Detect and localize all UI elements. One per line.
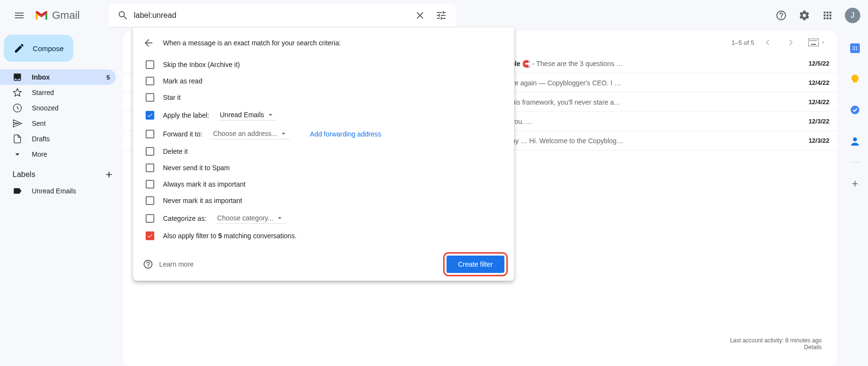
help-icon: [775, 10, 787, 21]
apps-button[interactable]: [818, 6, 837, 25]
compose-button[interactable]: Compose: [4, 35, 73, 62]
sidebar-label-unread-emails[interactable]: Unread Emails: [0, 183, 116, 199]
svg-rect-3: [814, 40, 814, 41]
sidebar-item-more[interactable]: More: [0, 147, 116, 162]
sidebar-item-snoozed[interactable]: Snoozed: [0, 100, 116, 116]
add-forwarding-link[interactable]: Add forwarding address: [310, 130, 381, 138]
send-icon: [13, 119, 22, 128]
opt-categorize-as[interactable]: Categorize as: Choose category...: [143, 209, 504, 228]
opt-forward-to[interactable]: Forward it to: Choose an address... Add …: [143, 124, 504, 143]
activity-text: Last account activity: 8 minutes ago: [730, 337, 822, 344]
checkbox[interactable]: [146, 147, 154, 156]
svg-text:31: 31: [852, 45, 857, 51]
search-icon: [117, 10, 129, 21]
calendar-icon: 31: [850, 43, 860, 53]
checkbox[interactable]: [146, 77, 154, 85]
opt-label: Forward it to:: [163, 130, 203, 138]
search-input[interactable]: [134, 11, 409, 20]
support-button[interactable]: [772, 6, 791, 25]
gmail-logo[interactable]: Gmail: [35, 9, 95, 22]
popup-title: When a message is an exact match for you…: [163, 39, 341, 47]
tune-icon: [435, 10, 447, 21]
input-tool-button[interactable]: [804, 37, 829, 48]
contacts-addon[interactable]: [845, 131, 865, 150]
arrow-back-icon: [143, 37, 154, 49]
svg-rect-1: [810, 40, 811, 41]
nav-label: Inbox: [32, 73, 50, 81]
opt-skip-inbox[interactable]: Skip the Inbox (Archive it): [143, 56, 504, 73]
tasks-addon[interactable]: [845, 100, 865, 120]
back-button[interactable]: [143, 37, 154, 49]
clear-search-button[interactable]: [409, 5, 431, 26]
header-actions: J: [772, 6, 860, 25]
address-dropdown[interactable]: Choose an address...: [211, 128, 290, 139]
checkbox[interactable]: [146, 60, 154, 69]
nav-label: Drafts: [32, 135, 50, 143]
message-date: 12/4/22: [809, 79, 829, 86]
sidebar-item-starred[interactable]: Starred: [0, 85, 116, 100]
svg-rect-2: [812, 40, 813, 41]
side-panel: 31: [841, 31, 868, 366]
apps-icon: [822, 10, 833, 21]
pencil-icon: [14, 42, 25, 54]
checkbox[interactable]: [146, 196, 154, 205]
opt-never-important[interactable]: Never mark it as important: [143, 192, 504, 209]
learn-more-link[interactable]: Learn more: [143, 259, 194, 270]
checkbox[interactable]: [146, 163, 154, 172]
create-filter-button[interactable]: Create filter: [447, 256, 504, 273]
get-addons[interactable]: [845, 174, 865, 193]
add-label-button[interactable]: [104, 170, 114, 179]
dropdown-placeholder: Choose an address...: [213, 130, 277, 137]
opt-label: Mark as read: [163, 77, 203, 85]
opt-also-apply[interactable]: Also apply filter to 5 matching conversa…: [143, 228, 504, 244]
chevron-down-icon: [13, 149, 22, 159]
file-icon: [13, 134, 22, 144]
checkbox[interactable]: [146, 93, 154, 102]
panel-divider: [850, 162, 860, 163]
svg-point-8: [851, 106, 859, 114]
keep-addon[interactable]: [845, 69, 865, 89]
account-avatar[interactable]: J: [845, 8, 860, 23]
checkbox[interactable]: [146, 231, 154, 240]
message-date: 12/4/22: [809, 98, 829, 106]
search-button[interactable]: [112, 5, 134, 26]
contacts-icon: [850, 136, 860, 146]
opt-label: Also apply filter to 5 matching conversa…: [163, 232, 297, 240]
sidebar-item-inbox[interactable]: Inbox 5: [0, 69, 116, 85]
calendar-addon[interactable]: 31: [845, 39, 865, 58]
label-icon: [13, 186, 22, 196]
opt-never-spam[interactable]: Never send it to Spam: [143, 160, 504, 176]
dropdown-value: Unread Emails: [220, 111, 264, 119]
labels-title: Labels: [13, 170, 35, 179]
prev-page-button[interactable]: [758, 33, 777, 52]
opt-star-it[interactable]: Star it: [143, 89, 504, 106]
svg-rect-0: [808, 39, 819, 46]
filter-actions-popup: When a message is an exact match for you…: [133, 27, 514, 281]
details-link[interactable]: Details: [804, 344, 822, 351]
inbox-icon: [13, 72, 22, 82]
dropdown-icon: [821, 40, 826, 45]
category-dropdown[interactable]: Choose category...: [215, 213, 285, 224]
checkbox[interactable]: [146, 111, 154, 120]
nav-label: More: [32, 150, 47, 158]
clock-icon: [13, 103, 22, 113]
nav-label: Sent: [32, 120, 46, 127]
opt-mark-read[interactable]: Mark as read: [143, 73, 504, 89]
settings-button[interactable]: [795, 6, 814, 25]
dropdown-placeholder: Choose category...: [217, 214, 273, 222]
message-date: 12/3/22: [809, 118, 829, 125]
sidebar-item-drafts[interactable]: Drafts: [0, 131, 116, 147]
opt-apply-label[interactable]: Apply the label: Unread Emails: [143, 106, 504, 124]
label-dropdown[interactable]: Unread Emails: [218, 109, 277, 121]
opt-delete-it[interactable]: Delete it: [143, 143, 504, 160]
main-menu-button[interactable]: [8, 4, 31, 27]
checkbox[interactable]: [146, 180, 154, 189]
logo-text: Gmail: [52, 9, 80, 22]
checkbox[interactable]: [146, 214, 154, 223]
sidebar-item-sent[interactable]: Sent: [0, 116, 116, 131]
search-options-button[interactable]: [431, 5, 452, 26]
toolbar-right: 1–5 of 5: [732, 33, 829, 52]
opt-always-important[interactable]: Always mark it as important: [143, 176, 504, 192]
next-page-button[interactable]: [781, 33, 800, 52]
checkbox[interactable]: [146, 130, 154, 138]
